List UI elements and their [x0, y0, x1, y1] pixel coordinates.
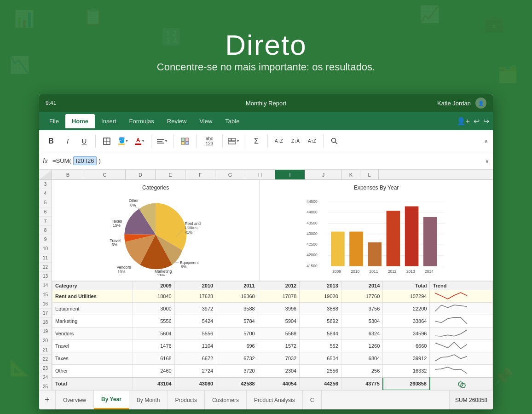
col-b[interactable]: B [52, 170, 84, 179]
custom-sort-button[interactable]: A↕Z [305, 134, 319, 149]
cell-total[interactable]: 107294 [383, 290, 430, 303]
row-18[interactable]: 18 [39, 318, 52, 327]
cell-2013[interactable]: 2556 [300, 365, 341, 378]
row-6[interactable]: 6 [39, 207, 52, 217]
italic-button[interactable]: I [60, 134, 75, 149]
cell-total-2013[interactable]: 44256 [300, 377, 341, 390]
cell-2011[interactable]: 3588 [216, 303, 258, 315]
row-10[interactable]: 10 [39, 244, 52, 253]
table-row[interactable]: Equipment 3000 3972 3588 3996 3888 3756 … [52, 303, 493, 315]
cell-total-2011[interactable]: 42588 [216, 377, 258, 390]
sheet-tab-c[interactable]: C [303, 391, 322, 409]
row-16[interactable]: 16 [39, 299, 52, 309]
row-22[interactable]: 22 [39, 355, 52, 364]
cell-2012[interactable]: 17878 [258, 290, 300, 303]
row-13[interactable]: 13 [39, 272, 52, 281]
col-h[interactable]: H [245, 170, 275, 179]
cell-2010[interactable]: 2724 [174, 365, 216, 378]
fill-color-button[interactable]: 🪣 ▼ [116, 134, 131, 149]
tab-file[interactable]: File [43, 114, 65, 128]
cell-2013[interactable]: 5892 [300, 315, 341, 328]
row-3[interactable]: 3 [39, 180, 52, 189]
tab-home[interactable]: Home [65, 114, 95, 128]
cell-2013[interactable]: 3888 [300, 303, 341, 315]
th-trend[interactable]: Trend [430, 282, 493, 290]
cell-2012[interactable]: 7032 [258, 352, 300, 365]
cell-2009[interactable]: 5556 [133, 315, 175, 328]
cell-2014[interactable]: 17760 [341, 290, 383, 303]
cell-2009[interactable]: 1476 [133, 340, 175, 352]
cell-2009[interactable]: 18840 [133, 290, 175, 303]
cell-2012[interactable]: 1572 [258, 340, 300, 352]
cell-2014[interactable]: 256 [341, 365, 383, 378]
table-row[interactable]: Vendors 5604 5556 5700 5568 5844 6324 34… [52, 328, 493, 340]
cell-format-button[interactable]: ▼ [226, 134, 241, 149]
cell-2014[interactable]: 5304 [341, 315, 383, 328]
th-category[interactable]: Category [52, 282, 133, 290]
tab-formulas[interactable]: Formulas [123, 114, 161, 128]
redo-icon[interactable]: ↪ [483, 117, 489, 126]
cell-category[interactable]: Other [52, 365, 133, 378]
cell-2013[interactable]: 19020 [300, 290, 341, 303]
cell-2009[interactable]: 3000 [133, 303, 175, 315]
cell-category[interactable]: Taxes [52, 352, 133, 365]
sheet-tab-bymonth[interactable]: By Month [129, 391, 168, 409]
formula-chevron[interactable]: ∨ [485, 158, 489, 164]
cell-category[interactable]: Vendors [52, 328, 133, 340]
cell-total-2014[interactable]: 43775 [341, 377, 383, 390]
row-8[interactable]: 8 [39, 226, 52, 235]
row-7[interactable]: 7 [39, 217, 52, 226]
row-11[interactable]: 11 [39, 253, 52, 263]
th-2013[interactable]: 2013 [300, 282, 341, 290]
avatar[interactable]: 👤 [475, 98, 486, 109]
th-2011[interactable]: 2011 [216, 282, 258, 290]
sheet-tab-products[interactable]: Products [168, 391, 205, 409]
row-23[interactable]: 23 [39, 364, 52, 373]
row-19[interactable]: 19 [39, 327, 52, 336]
underline-button[interactable]: U [77, 134, 92, 149]
cell-2013[interactable]: 5844 [300, 328, 341, 340]
col-f[interactable]: F [185, 170, 215, 179]
cell-total-2012[interactable]: 44054 [258, 377, 300, 390]
cell-2009[interactable]: 6168 [133, 352, 175, 365]
cell-2011[interactable]: 5784 [216, 315, 258, 328]
col-i[interactable]: I [275, 170, 305, 179]
formula-range[interactable]: I20:I26 [73, 156, 97, 165]
sum-button[interactable]: Σ [249, 134, 264, 149]
row-9[interactable]: 9 [39, 235, 52, 244]
cell-2014[interactable]: 1260 [341, 340, 383, 352]
th-2012[interactable]: 2012 [258, 282, 300, 290]
sheet-tab-overview[interactable]: Overview [56, 391, 94, 409]
sheet-tab-customers[interactable]: Customers [205, 391, 247, 409]
cell-2010[interactable]: 17628 [174, 290, 216, 303]
borders-button[interactable] [99, 134, 114, 149]
cell-2012[interactable]: 3996 [258, 303, 300, 315]
col-d[interactable]: D [126, 170, 156, 179]
row-12[interactable]: 12 [39, 263, 52, 272]
cell-2009[interactable]: 2460 [133, 365, 175, 378]
cell-total[interactable]: 6660 [383, 340, 430, 352]
cell-category[interactable]: Equipment [52, 303, 133, 315]
row-24[interactable]: 24 [39, 373, 52, 382]
table-row[interactable]: Other 2460 2724 3720 2304 2556 256 16332 [52, 365, 493, 378]
sheet-tab-product-analysis[interactable]: Product Analysis [247, 391, 303, 409]
cell-total[interactable]: 22200 [383, 303, 430, 315]
col-l[interactable]: L [360, 170, 379, 179]
table-row[interactable]: Taxes 6168 6672 6732 7032 6504 6804 3991… [52, 352, 493, 365]
cell-total-2010[interactable]: 43080 [174, 377, 216, 390]
row-17[interactable]: 17 [39, 309, 52, 318]
cell-2012[interactable]: 5904 [258, 315, 300, 328]
th-total[interactable]: Total [383, 282, 430, 290]
search-button[interactable] [327, 134, 342, 149]
col-g[interactable]: G [215, 170, 245, 179]
bold-button[interactable]: B [44, 134, 58, 149]
cell-2012[interactable]: 2304 [258, 365, 300, 378]
format-as-text-button[interactable]: abc123 [200, 134, 219, 149]
cell-2010[interactable]: 1104 [174, 340, 216, 352]
add-user-icon[interactable]: 👤+ [457, 117, 470, 126]
undo-icon[interactable]: ↩ [474, 117, 480, 126]
cell-2009[interactable]: 5604 [133, 328, 175, 340]
row-5[interactable]: 5 [39, 198, 52, 207]
cell-2013[interactable]: 552 [300, 340, 341, 352]
toolbar-collapse[interactable]: ∧ [484, 138, 488, 144]
